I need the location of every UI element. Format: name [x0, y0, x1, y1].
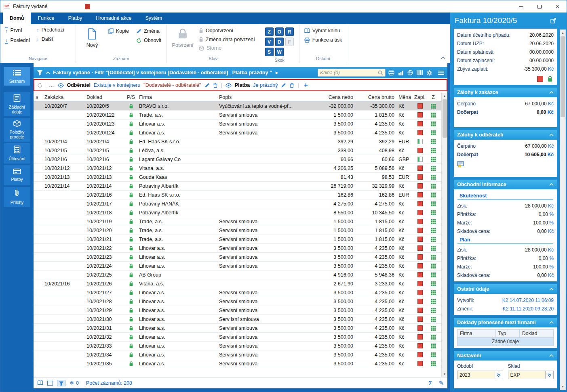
- column-header-ps[interactable]: P/S: [125, 94, 137, 100]
- column-header-zapl[interactable]: Zapl.: [413, 94, 427, 100]
- eye-icon[interactable]: [226, 83, 232, 88]
- menu-icon[interactable]: [438, 71, 444, 75]
- filter-active-icon[interactable]: [57, 380, 65, 386]
- close-button[interactable]: ×: [548, 0, 567, 13]
- column-header-doklad[interactable]: Doklad: [84, 94, 125, 100]
- table-row[interactable]: 10/2021/19Trade, a.s.Servisní smlouva1 5…: [34, 217, 441, 226]
- edit-condition-icon[interactable]: [204, 83, 210, 88]
- sidebar-item-uctovani[interactable]: Účtování: [4, 143, 30, 164]
- table-row[interactable]: 10/2021/610/2021/6Lagant Galway Co60,666…: [34, 155, 441, 164]
- select-book-button[interactable]: Vybrat knihu: [304, 28, 342, 34]
- table-row[interactable]: 10/2021/30Lihovar a.s.Serv isní smlouva3…: [34, 315, 441, 324]
- dropdown-icon[interactable]: [545, 371, 553, 379]
- table-row[interactable]: 10/2021/16Ed. Haas SK s.r.o.162,86162,86…: [34, 191, 441, 199]
- table-scrollbar[interactable]: ▲ ▼: [441, 93, 447, 377]
- table-row[interactable]: 10/2021/1210/2021/12Vitana, a.s.4 206,25…: [34, 164, 441, 173]
- transfer-column-typ[interactable]: Typ: [496, 330, 520, 337]
- table-row[interactable]: 10/2021/34Lihovar a.s.Servisní smlouva3 …: [34, 350, 441, 359]
- table-row[interactable]: 10/2021/1610/2021/26Vitana, a.s.2 671,90…: [34, 279, 441, 288]
- collapse-filter-icon[interactable]: [46, 71, 50, 74]
- expand-panel-icon[interactable]: [550, 18, 556, 23]
- section-obchodni-informace[interactable]: Obchodní informace: [454, 180, 557, 189]
- transfer-column-firma[interactable]: Firma: [457, 330, 496, 337]
- settings-gear-icon[interactable]: [426, 70, 432, 76]
- table-row[interactable]: 10/2021/28Lihovar a.s.Servisní smlouva3 …: [34, 297, 441, 306]
- book-search[interactable]: [318, 69, 386, 77]
- barcode-icon[interactable]: [417, 70, 423, 75]
- column-header-z[interactable]: Z: [427, 94, 439, 100]
- refresh-filter-icon[interactable]: [37, 83, 42, 88]
- tab-funkce[interactable]: Funkce: [31, 13, 61, 24]
- table-row[interactable]: 10/2020/710/2020/5BRAVO s.r.o.Vyúčtování…: [34, 102, 441, 111]
- change-button[interactable]: Změna: [136, 28, 161, 34]
- table-row[interactable]: 10/2021/23Lihovar a.s.Servisní smlouva3 …: [34, 253, 441, 262]
- tab-domu[interactable]: Domů: [3, 13, 31, 24]
- jump-key-z[interactable]: Z: [265, 27, 274, 36]
- column-header-mena[interactable]: Měna: [396, 94, 413, 100]
- jump-key-s[interactable]: S: [265, 48, 274, 56]
- panel-view-icon[interactable]: [47, 381, 53, 386]
- scroll-up-icon[interactable]: ▲: [560, 30, 566, 36]
- ribbon-collapse-button[interactable]: [441, 55, 445, 61]
- sidebar-item-platby[interactable]: Platby: [4, 165, 30, 185]
- new-button[interactable]: Nový: [81, 27, 103, 48]
- table-row[interactable]: 10/2021/22Lihovar a.s.Servisní smlouva3 …: [34, 244, 441, 253]
- functions-print-button[interactable]: Funkce a tisk: [304, 38, 342, 43]
- chart-icon[interactable]: [398, 70, 404, 75]
- scroll-thumb[interactable]: [561, 36, 565, 117]
- web-icon[interactable]: [407, 70, 413, 75]
- tab-system[interactable]: Systém: [138, 13, 169, 24]
- table-row[interactable]: 10/2020/124Lihovar a.s.Servisní smlouva3…: [34, 128, 441, 137]
- table-row[interactable]: 10/2021/32Lihovar a.s.Servisní smlouva3 …: [34, 333, 441, 342]
- filter-options-icon[interactable]: …: [46, 82, 55, 88]
- edit-condition-icon[interactable]: [281, 83, 286, 88]
- scroll-down-icon[interactable]: ▼: [560, 384, 566, 390]
- table-row[interactable]: 10/2021/20Trade, a.s.Servisní smlouva1 5…: [34, 226, 441, 235]
- table-row[interactable]: 10/2021/510/2021/5Léčiva, a.s.338,00408,…: [34, 146, 441, 155]
- add-condition-button[interactable]: +: [302, 81, 310, 89]
- table-row[interactable]: 10/2021/1410/2021/14Potraviny Albertík26…: [34, 182, 441, 191]
- delete-condition-icon[interactable]: [289, 83, 294, 88]
- jump-key-v[interactable]: V: [265, 38, 274, 46]
- print-icon[interactable]: [388, 70, 394, 75]
- scroll-up-icon[interactable]: ▲: [442, 93, 448, 99]
- delete-condition-icon[interactable]: [213, 83, 218, 88]
- panel-scrollbar[interactable]: ▲ ▼: [560, 29, 566, 390]
- table-row[interactable]: 10/2021/21Trade, a.s.Servisní smlouva1 5…: [34, 235, 441, 244]
- column-header-brutto[interactable]: Cena brutto: [355, 94, 396, 100]
- table-row[interactable]: 10/2021/35Lihovar a.s.Servisní smlouva3 …: [34, 359, 441, 368]
- jump-key-d[interactable]: D: [275, 38, 284, 46]
- section-doklady-prenesene[interactable]: Doklady přenesené mezi firmami: [454, 318, 557, 327]
- snowflake-icon[interactable]: ❄: [70, 380, 74, 386]
- transfer-column-doklad[interactable]: Doklad: [520, 330, 553, 337]
- book-search-input[interactable]: [320, 70, 378, 75]
- next-button[interactable]: ↓Další: [36, 37, 64, 42]
- sidebar-item-seznam[interactable]: Seznam: [4, 67, 30, 86]
- section-zalohy-zakazka[interactable]: Zálohy k zakázce: [454, 88, 557, 97]
- sidebar-item-polozky-prodeje[interactable]: Položky prodeje: [4, 118, 30, 141]
- book-view-icon[interactable]: [37, 380, 43, 386]
- scroll-down-icon[interactable]: ▼: [442, 371, 448, 377]
- table-row[interactable]: 10/2021/1310/2021/13Gouda Kaas81,4398,53…: [34, 173, 441, 182]
- dropdown-icon[interactable]: [495, 371, 503, 379]
- unconfirm-button[interactable]: Odpotvrzení: [199, 28, 255, 34]
- table-row[interactable]: 10/2021/18Potraviny Albertík8 550,0010 3…: [34, 208, 441, 217]
- sum-icon[interactable]: Σ: [428, 379, 432, 386]
- copy-button[interactable]: Kopie: [108, 28, 129, 34]
- section-ostatni-udaje[interactable]: Ostatní údaje: [454, 284, 557, 294]
- sklad-select[interactable]: EXP: [508, 371, 554, 379]
- note-icon[interactable]: [457, 161, 464, 168]
- table-row[interactable]: 10/2021/17Potraviny HANÁK4 275,004 275,0…: [34, 199, 441, 208]
- column-header-firma[interactable]: Firma: [137, 94, 217, 100]
- table-row[interactable]: 10/2021/33Lihovar a.s.Servisní smlouva3 …: [34, 342, 441, 350]
- first-button[interactable]: ↑První: [5, 27, 30, 34]
- maximize-button[interactable]: [530, 0, 548, 13]
- table-row[interactable]: 10/2021/24Lihovar a.s.Servisní smlouva3 …: [34, 262, 441, 270]
- tab-platby[interactable]: Platby: [61, 13, 89, 24]
- last-button[interactable]: ↓Poslední: [5, 38, 30, 44]
- section-nastaveni[interactable]: Nastavení: [454, 351, 557, 361]
- table-row[interactable]: 10/2021/29Lihovar a.s.Servisní smlouva3 …: [34, 306, 441, 315]
- table-row[interactable]: 10/2020/123Lihovar a.s.Servisní smlouva3…: [34, 119, 441, 128]
- table-row[interactable]: 10/2021/410/2021/4Ed. Haas SK s.r.o.392,…: [34, 137, 441, 146]
- column-header-zakazka[interactable]: Zakázka: [42, 94, 84, 100]
